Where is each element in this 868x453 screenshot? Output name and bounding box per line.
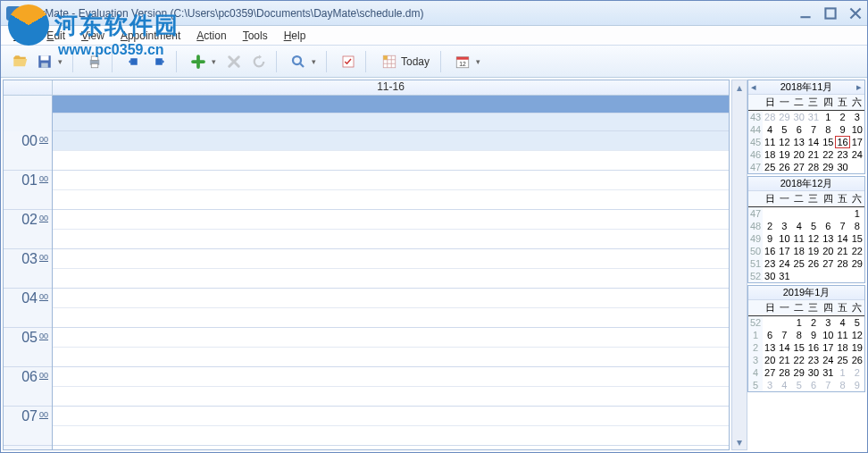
calendar-day[interactable] <box>850 161 864 173</box>
calendar-day[interactable]: 18 <box>835 341 849 354</box>
time-slot[interactable] <box>53 426 729 446</box>
calendar-day[interactable] <box>792 207 806 220</box>
calendar-day[interactable]: 25 <box>835 354 849 366</box>
time-slot[interactable] <box>53 151 729 171</box>
calendar-day[interactable]: 15 <box>821 136 835 148</box>
calendar-day[interactable] <box>806 270 821 282</box>
calendar-day[interactable]: 19 <box>850 341 864 354</box>
calendar-day[interactable] <box>763 316 777 329</box>
calendar-day[interactable] <box>792 270 806 282</box>
calendar-day[interactable]: 22 <box>792 354 806 366</box>
calendar-day[interactable]: 26 <box>850 354 864 366</box>
time-slot[interactable] <box>53 269 729 289</box>
calendar-day[interactable]: 5 <box>777 123 791 136</box>
calendar-day[interactable]: 18 <box>763 148 777 161</box>
schedule-scrollbar[interactable]: ▴ ▾ <box>731 80 747 450</box>
calendar-day[interactable]: 26 <box>777 161 791 173</box>
calendar-day[interactable]: 23 <box>763 257 777 270</box>
time-slot[interactable] <box>53 348 729 367</box>
menu-tools[interactable]: Tools <box>236 28 275 44</box>
calendar-day[interactable]: 25 <box>792 257 806 270</box>
menu-view[interactable]: View <box>74 28 112 44</box>
calendar-day[interactable]: 14 <box>806 136 821 148</box>
calendar-day[interactable]: 3 <box>763 379 777 391</box>
calendar-day[interactable]: 19 <box>806 245 821 257</box>
calendar-day[interactable]: 9 <box>763 232 777 245</box>
today-button[interactable]: Today <box>376 50 435 73</box>
calendar-day[interactable]: 21 <box>835 245 849 257</box>
calendar-day[interactable]: 20 <box>763 354 777 366</box>
calendar-day[interactable]: 10 <box>850 123 864 136</box>
scroll-up-icon[interactable]: ▴ <box>732 80 747 95</box>
close-button[interactable] <box>849 7 862 20</box>
calendar-day[interactable]: 27 <box>763 366 777 379</box>
time-slot[interactable] <box>53 407 729 426</box>
calendar-day[interactable]: 22 <box>850 245 864 257</box>
save-button[interactable] <box>33 50 56 73</box>
calendar-day[interactable] <box>821 270 835 282</box>
calendar-day[interactable]: 1 <box>850 207 864 220</box>
calendar-day[interactable]: 12 <box>806 232 821 245</box>
calendar-day[interactable]: 6 <box>763 329 777 341</box>
menu-help[interactable]: Help <box>277 28 313 44</box>
calendar-day[interactable]: 6 <box>792 123 806 136</box>
calendar-day[interactable]: 15 <box>850 232 864 245</box>
calendar-day[interactable]: 29 <box>821 161 835 173</box>
calendar-day[interactable]: 9 <box>806 329 821 341</box>
calendar-day[interactable] <box>821 207 835 220</box>
prev-month-icon[interactable]: ◂ <box>748 81 759 93</box>
calendar-day[interactable]: 3 <box>777 220 791 232</box>
calendar-day[interactable]: 23 <box>835 148 849 161</box>
calendar-day[interactable]: 30 <box>806 366 821 379</box>
calendar-day[interactable]: 17 <box>821 341 835 354</box>
calendar-day[interactable]: 30 <box>763 270 777 282</box>
calendar-day[interactable]: 1 <box>821 111 835 123</box>
calendar-day[interactable]: 20 <box>821 245 835 257</box>
calendar-day[interactable]: 29 <box>850 257 864 270</box>
calendar-day[interactable]: 2 <box>850 366 864 379</box>
time-slot[interactable] <box>53 131 729 151</box>
calendar-day[interactable] <box>777 316 791 329</box>
calendar-day[interactable]: 9 <box>835 123 849 136</box>
calendar-day[interactable]: 5 <box>850 316 864 329</box>
calendar-title[interactable]: 2019年1月 <box>783 286 830 299</box>
calendar-day[interactable]: 13 <box>763 341 777 354</box>
calendar-day[interactable]: 11 <box>792 232 806 245</box>
time-slot[interactable] <box>53 328 729 348</box>
calendar-day[interactable]: 7 <box>806 123 821 136</box>
calendar-day[interactable]: 14 <box>835 232 849 245</box>
calendar-day[interactable]: 11 <box>835 329 849 341</box>
find-button[interactable] <box>287 50 310 73</box>
calendar-day[interactable]: 4 <box>763 123 777 136</box>
calendar-day[interactable]: 5 <box>792 379 806 391</box>
calendar-day[interactable]: 24 <box>850 148 864 161</box>
calendar-day[interactable]: 3 <box>850 111 864 123</box>
calendar-title[interactable]: 2018年11月 <box>780 80 833 94</box>
calendar-title[interactable]: 2018年12月 <box>780 177 833 190</box>
calendar-day[interactable]: 13 <box>821 232 835 245</box>
calendar-day[interactable]: 26 <box>806 257 821 270</box>
print-button[interactable] <box>83 50 106 73</box>
calendar-day[interactable]: 16 <box>806 341 821 354</box>
calendar-day[interactable] <box>763 207 777 220</box>
minimize-button[interactable] <box>799 7 812 20</box>
all-day-area[interactable] <box>4 96 729 131</box>
all-day-row[interactable] <box>53 113 729 131</box>
calendar-day[interactable]: 19 <box>777 148 791 161</box>
calendar-day[interactable]: 29 <box>792 366 806 379</box>
calendar-day[interactable]: 18 <box>792 245 806 257</box>
calendar-day[interactable]: 31 <box>821 366 835 379</box>
calendar-day[interactable]: 8 <box>850 220 864 232</box>
time-slot[interactable] <box>53 190 729 210</box>
calendar-day[interactable]: 27 <box>821 257 835 270</box>
calendar-day[interactable]: 7 <box>835 220 849 232</box>
calendar-day[interactable]: 27 <box>792 161 806 173</box>
calendar-day[interactable]: 28 <box>835 257 849 270</box>
calendar-day[interactable]: 11 <box>763 136 777 148</box>
calendar-day[interactable]: 7 <box>777 329 791 341</box>
time-slot[interactable] <box>53 387 729 407</box>
calendar-day[interactable] <box>806 207 821 220</box>
calendar-day[interactable] <box>835 270 849 282</box>
menu-edit[interactable]: Edit <box>39 28 72 44</box>
calendar-day[interactable]: 6 <box>821 220 835 232</box>
